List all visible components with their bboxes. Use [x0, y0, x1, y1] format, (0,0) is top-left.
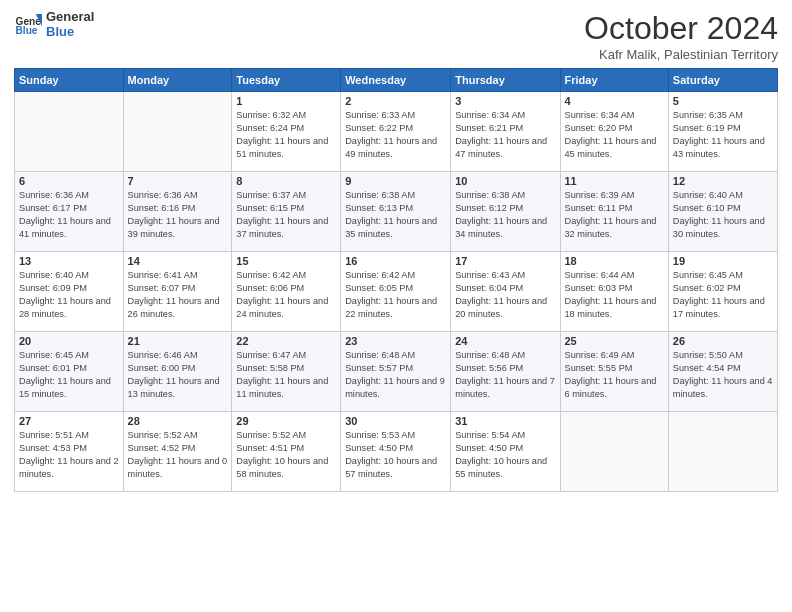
calendar-cell: 31Sunrise: 5:54 AM Sunset: 4:50 PM Dayli… — [451, 412, 560, 492]
calendar-cell: 4Sunrise: 6:34 AM Sunset: 6:20 PM Daylig… — [560, 92, 668, 172]
logo-blue-text: Blue — [46, 25, 94, 40]
day-info: Sunrise: 6:37 AM Sunset: 6:15 PM Dayligh… — [236, 189, 336, 241]
calendar-body: 1Sunrise: 6:32 AM Sunset: 6:24 PM Daylig… — [15, 92, 778, 492]
day-number: 12 — [673, 175, 773, 187]
day-number: 13 — [19, 255, 119, 267]
day-number: 27 — [19, 415, 119, 427]
day-header-thursday: Thursday — [451, 69, 560, 92]
day-info: Sunrise: 6:38 AM Sunset: 6:13 PM Dayligh… — [345, 189, 446, 241]
calendar-cell: 28Sunrise: 5:52 AM Sunset: 4:52 PM Dayli… — [123, 412, 232, 492]
day-info: Sunrise: 6:33 AM Sunset: 6:22 PM Dayligh… — [345, 109, 446, 161]
calendar-cell — [15, 92, 124, 172]
calendar-cell: 1Sunrise: 6:32 AM Sunset: 6:24 PM Daylig… — [232, 92, 341, 172]
calendar-cell: 8Sunrise: 6:37 AM Sunset: 6:15 PM Daylig… — [232, 172, 341, 252]
calendar-header-row: SundayMondayTuesdayWednesdayThursdayFrid… — [15, 69, 778, 92]
logo-general-text: General — [46, 10, 94, 25]
day-info: Sunrise: 5:50 AM Sunset: 4:54 PM Dayligh… — [673, 349, 773, 401]
day-info: Sunrise: 6:36 AM Sunset: 6:16 PM Dayligh… — [128, 189, 228, 241]
month-title: October 2024 — [584, 10, 778, 47]
calendar-cell — [123, 92, 232, 172]
calendar-cell: 11Sunrise: 6:39 AM Sunset: 6:11 PM Dayli… — [560, 172, 668, 252]
day-header-tuesday: Tuesday — [232, 69, 341, 92]
calendar-cell: 27Sunrise: 5:51 AM Sunset: 4:53 PM Dayli… — [15, 412, 124, 492]
calendar-table: SundayMondayTuesdayWednesdayThursdayFrid… — [14, 68, 778, 492]
day-number: 17 — [455, 255, 555, 267]
day-number: 22 — [236, 335, 336, 347]
day-number: 11 — [565, 175, 664, 187]
logo-icon: General Blue — [14, 11, 42, 39]
calendar-cell: 20Sunrise: 6:45 AM Sunset: 6:01 PM Dayli… — [15, 332, 124, 412]
day-number: 8 — [236, 175, 336, 187]
day-number: 19 — [673, 255, 773, 267]
title-block: October 2024 Kafr Malik, Palestinian Ter… — [584, 10, 778, 62]
day-info: Sunrise: 6:44 AM Sunset: 6:03 PM Dayligh… — [565, 269, 664, 321]
calendar-cell: 21Sunrise: 6:46 AM Sunset: 6:00 PM Dayli… — [123, 332, 232, 412]
day-info: Sunrise: 6:35 AM Sunset: 6:19 PM Dayligh… — [673, 109, 773, 161]
day-header-sunday: Sunday — [15, 69, 124, 92]
day-info: Sunrise: 6:39 AM Sunset: 6:11 PM Dayligh… — [565, 189, 664, 241]
calendar-week-row: 6Sunrise: 6:36 AM Sunset: 6:17 PM Daylig… — [15, 172, 778, 252]
day-number: 16 — [345, 255, 446, 267]
day-info: Sunrise: 5:52 AM Sunset: 4:52 PM Dayligh… — [128, 429, 228, 481]
day-number: 25 — [565, 335, 664, 347]
calendar-cell: 19Sunrise: 6:45 AM Sunset: 6:02 PM Dayli… — [668, 252, 777, 332]
calendar-cell: 24Sunrise: 6:48 AM Sunset: 5:56 PM Dayli… — [451, 332, 560, 412]
day-number: 21 — [128, 335, 228, 347]
calendar-cell: 9Sunrise: 6:38 AM Sunset: 6:13 PM Daylig… — [341, 172, 451, 252]
location-subtitle: Kafr Malik, Palestinian Territory — [584, 47, 778, 62]
day-number: 30 — [345, 415, 446, 427]
day-header-friday: Friday — [560, 69, 668, 92]
day-number: 20 — [19, 335, 119, 347]
day-info: Sunrise: 6:34 AM Sunset: 6:20 PM Dayligh… — [565, 109, 664, 161]
day-info: Sunrise: 6:45 AM Sunset: 6:01 PM Dayligh… — [19, 349, 119, 401]
day-info: Sunrise: 5:53 AM Sunset: 4:50 PM Dayligh… — [345, 429, 446, 481]
calendar-cell: 22Sunrise: 6:47 AM Sunset: 5:58 PM Dayli… — [232, 332, 341, 412]
day-number: 9 — [345, 175, 446, 187]
calendar-cell: 25Sunrise: 6:49 AM Sunset: 5:55 PM Dayli… — [560, 332, 668, 412]
day-info: Sunrise: 6:40 AM Sunset: 6:09 PM Dayligh… — [19, 269, 119, 321]
day-number: 28 — [128, 415, 228, 427]
day-number: 4 — [565, 95, 664, 107]
day-number: 18 — [565, 255, 664, 267]
calendar-week-row: 13Sunrise: 6:40 AM Sunset: 6:09 PM Dayli… — [15, 252, 778, 332]
day-number: 23 — [345, 335, 446, 347]
calendar-cell: 26Sunrise: 5:50 AM Sunset: 4:54 PM Dayli… — [668, 332, 777, 412]
calendar-cell: 18Sunrise: 6:44 AM Sunset: 6:03 PM Dayli… — [560, 252, 668, 332]
day-info: Sunrise: 5:54 AM Sunset: 4:50 PM Dayligh… — [455, 429, 555, 481]
calendar-cell — [668, 412, 777, 492]
day-info: Sunrise: 6:41 AM Sunset: 6:07 PM Dayligh… — [128, 269, 228, 321]
svg-text:Blue: Blue — [16, 25, 38, 36]
day-header-saturday: Saturday — [668, 69, 777, 92]
day-info: Sunrise: 6:32 AM Sunset: 6:24 PM Dayligh… — [236, 109, 336, 161]
day-info: Sunrise: 6:45 AM Sunset: 6:02 PM Dayligh… — [673, 269, 773, 321]
day-info: Sunrise: 6:47 AM Sunset: 5:58 PM Dayligh… — [236, 349, 336, 401]
day-info: Sunrise: 6:34 AM Sunset: 6:21 PM Dayligh… — [455, 109, 555, 161]
day-number: 15 — [236, 255, 336, 267]
calendar-cell: 2Sunrise: 6:33 AM Sunset: 6:22 PM Daylig… — [341, 92, 451, 172]
day-info: Sunrise: 6:36 AM Sunset: 6:17 PM Dayligh… — [19, 189, 119, 241]
calendar-cell: 13Sunrise: 6:40 AM Sunset: 6:09 PM Dayli… — [15, 252, 124, 332]
day-info: Sunrise: 5:52 AM Sunset: 4:51 PM Dayligh… — [236, 429, 336, 481]
day-info: Sunrise: 6:43 AM Sunset: 6:04 PM Dayligh… — [455, 269, 555, 321]
day-info: Sunrise: 6:49 AM Sunset: 5:55 PM Dayligh… — [565, 349, 664, 401]
calendar-week-row: 20Sunrise: 6:45 AM Sunset: 6:01 PM Dayli… — [15, 332, 778, 412]
calendar-cell: 29Sunrise: 5:52 AM Sunset: 4:51 PM Dayli… — [232, 412, 341, 492]
day-number: 24 — [455, 335, 555, 347]
calendar-cell: 23Sunrise: 6:48 AM Sunset: 5:57 PM Dayli… — [341, 332, 451, 412]
day-info: Sunrise: 6:42 AM Sunset: 6:05 PM Dayligh… — [345, 269, 446, 321]
main-container: General Blue General Blue October 2024 K… — [0, 0, 792, 500]
calendar-cell: 30Sunrise: 5:53 AM Sunset: 4:50 PM Dayli… — [341, 412, 451, 492]
logo: General Blue General Blue — [14, 10, 94, 40]
calendar-week-row: 1Sunrise: 6:32 AM Sunset: 6:24 PM Daylig… — [15, 92, 778, 172]
day-number: 2 — [345, 95, 446, 107]
day-number: 3 — [455, 95, 555, 107]
day-number: 7 — [128, 175, 228, 187]
day-number: 6 — [19, 175, 119, 187]
day-info: Sunrise: 6:42 AM Sunset: 6:06 PM Dayligh… — [236, 269, 336, 321]
calendar-cell: 6Sunrise: 6:36 AM Sunset: 6:17 PM Daylig… — [15, 172, 124, 252]
calendar-cell: 10Sunrise: 6:38 AM Sunset: 6:12 PM Dayli… — [451, 172, 560, 252]
day-number: 5 — [673, 95, 773, 107]
day-info: Sunrise: 6:48 AM Sunset: 5:57 PM Dayligh… — [345, 349, 446, 401]
day-number: 26 — [673, 335, 773, 347]
calendar-cell: 14Sunrise: 6:41 AM Sunset: 6:07 PM Dayli… — [123, 252, 232, 332]
